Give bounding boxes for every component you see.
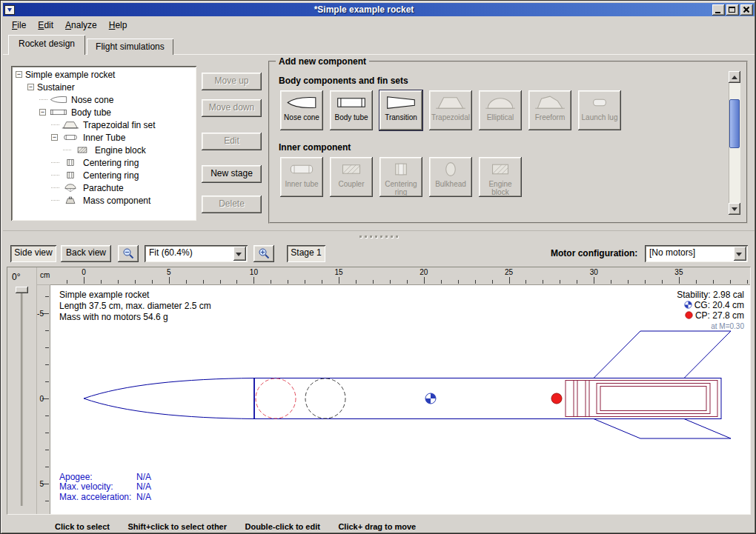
tree-item-sustainer[interactable]: −Sustainer	[13, 81, 196, 93]
ruler-label: 5	[167, 268, 171, 276]
ruler-tick	[441, 280, 442, 284]
ruler-tick	[45, 467, 49, 467]
motor-configuration-combo[interactable]: [No motors]	[645, 245, 748, 262]
tree-item-inner-tube[interactable]: −Inner Tube	[13, 131, 196, 144]
tree-connector-line	[39, 99, 47, 100]
close-button[interactable]	[740, 4, 753, 16]
ruler-tick	[577, 280, 577, 284]
fin-trapezoidal-icon	[61, 120, 80, 130]
edit-button: Edit	[202, 133, 262, 150]
tree-item-label: Mass component	[83, 196, 150, 206]
engine-block-outline[interactable]	[597, 384, 710, 414]
add-component-scrollbar[interactable]	[729, 71, 740, 215]
split-pane-divider[interactable]	[3, 233, 755, 240]
scroll-down-icon[interactable]	[729, 203, 740, 215]
body-tube-button[interactable]: Body tube	[330, 90, 373, 130]
nose-cone-icon	[286, 94, 317, 111]
component-groups: Body components and fin setsNose coneBod…	[270, 76, 746, 197]
ruler-tick	[475, 280, 476, 284]
zoom-combo[interactable]: Fit (60.4%)	[145, 245, 248, 262]
tree-item-parachute[interactable]: Parachute	[13, 181, 196, 194]
mass-icon	[61, 196, 80, 205]
tree-item-label: Body tube	[71, 107, 111, 118]
minimize-button[interactable]	[712, 4, 725, 16]
ruler-tick	[322, 280, 322, 284]
tree-item-label: Centering ring	[83, 158, 139, 168]
ruler-label: -5	[37, 310, 44, 318]
tab-flight-simulations[interactable]: Flight simulations	[87, 39, 173, 55]
ruler-tick	[594, 277, 594, 284]
tree-expander-icon[interactable]: −	[27, 84, 34, 90]
tree-item-body-tube[interactable]: −Body tube	[13, 106, 196, 119]
tab-rocket-design[interactable]: Rocket design	[8, 35, 85, 55]
tree-expander-icon[interactable]: −	[39, 109, 46, 116]
side-view-button[interactable]: Side view	[10, 245, 56, 262]
ruler-tick	[271, 280, 271, 284]
delete-button: Delete	[202, 196, 262, 213]
menu-analyze[interactable]: Analyze	[59, 18, 103, 33]
chevron-down-icon[interactable]	[233, 247, 246, 261]
rotation-slider-thumb[interactable]	[16, 287, 28, 293]
ruler-tick	[45, 381, 49, 382]
chevron-down-icon[interactable]	[734, 247, 746, 261]
rotation-slider-track[interactable]	[21, 290, 23, 506]
menu-edit[interactable]: Edit	[32, 18, 59, 33]
maximize-button[interactable]	[726, 4, 739, 16]
menu-file[interactable]: File	[6, 18, 32, 33]
horizontal-ruler: 05101520253035	[50, 267, 750, 285]
magnifier-minus-icon	[122, 247, 135, 260]
zoom-in-button[interactable]	[253, 245, 274, 262]
transition-button[interactable]: Transition	[379, 90, 422, 130]
mass-component-marker[interactable]	[305, 378, 345, 418]
body-tube-outline[interactable]	[254, 378, 721, 419]
component-button-label: Elliptical	[485, 113, 516, 121]
tree-item-label: Parachute	[83, 183, 124, 193]
parachute-marker[interactable]	[256, 378, 296, 418]
body-tube-icon	[336, 94, 367, 111]
zoom-out-button[interactable]	[118, 245, 139, 262]
ruler-tick	[45, 433, 49, 433]
component-button-label: Body tube	[333, 113, 369, 121]
ruler-tick	[628, 280, 629, 284]
inner-tube-button: Inner tube	[280, 157, 323, 197]
status-bar: Click to select Shift+click to select ot…	[3, 516, 755, 532]
nose-cone-button[interactable]: Nose cone	[280, 90, 323, 130]
trapezoidal-button: Trapezoidal	[429, 90, 472, 130]
tree-item-centering-ring[interactable]: Centering ring	[13, 169, 196, 181]
back-view-button[interactable]: Back view	[61, 245, 111, 262]
ruler-tick	[118, 280, 119, 284]
inner-tube-outline[interactable]	[566, 381, 717, 417]
cp-symbol	[551, 393, 562, 404]
tree-connector-line	[51, 187, 59, 188]
ruler-tick	[236, 280, 237, 284]
rocket-drawing-area[interactable]: Simple example rocket Length 37.5 cm, ma…	[50, 285, 750, 514]
tree-item-mass-component[interactable]: Mass component	[13, 194, 196, 207]
nose-cone-icon	[49, 95, 68, 104]
motor-configuration-value[interactable]: [No motors]	[645, 245, 732, 262]
freeform-button: Freeform	[528, 90, 571, 130]
tree-item-engine-block[interactable]: Engine block	[13, 144, 196, 156]
tree-expander-icon[interactable]: −	[51, 134, 58, 141]
nose-cone-outline[interactable]	[84, 378, 254, 419]
title-bar[interactable]: *Simple example rocket	[3, 3, 755, 16]
component-button-label: Trapezoidal	[430, 113, 471, 121]
tree-item-centering-ring[interactable]: Centering ring	[13, 156, 196, 169]
rocket-canvas[interactable]: 0° cm 05101520253035 -505	[7, 267, 751, 515]
scrollbar-thumb[interactable]	[729, 99, 740, 148]
component-group-label: Inner component	[279, 142, 746, 153]
stage-1-toggle[interactable]: Stage 1	[287, 245, 325, 262]
tree-item-nose-cone[interactable]: Nose cone	[13, 93, 196, 106]
vertical-ruler: -505	[37, 285, 50, 514]
window-icon[interactable]	[4, 5, 15, 15]
tree-item-simple-example-rocket[interactable]: −Simple example rocket	[13, 68, 196, 81]
new-stage-button[interactable]: New stage	[202, 165, 262, 183]
inner-tube-icon	[61, 133, 80, 142]
zoom-combo-value[interactable]: Fit (60.4%)	[145, 245, 232, 262]
tree-item-trapezoidal-fin-set[interactable]: Trapezoidal fin set	[13, 119, 196, 131]
tree-expander-icon[interactable]: −	[16, 71, 22, 78]
component-button-label: Bulkhead	[434, 180, 468, 188]
component-tree[interactable]: −Simple example rocket−SustainerNose con…	[11, 66, 196, 221]
ruler-tick	[203, 280, 204, 284]
scroll-up-icon[interactable]	[729, 71, 740, 83]
menu-help[interactable]: Help	[103, 18, 133, 33]
